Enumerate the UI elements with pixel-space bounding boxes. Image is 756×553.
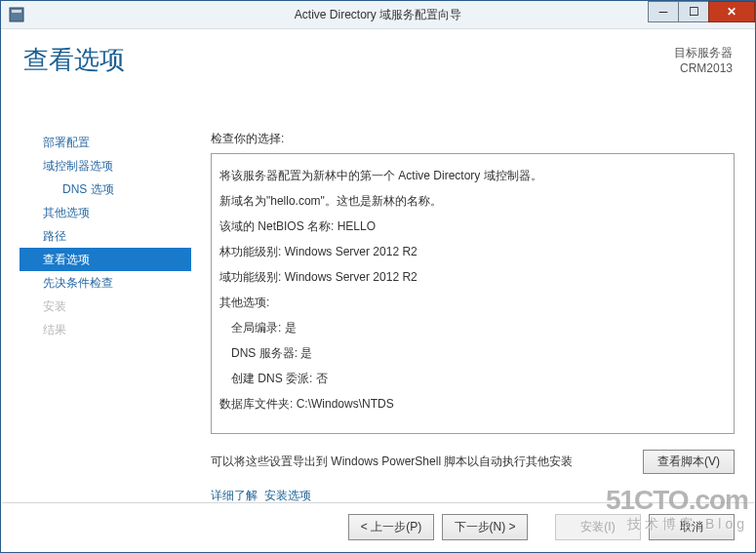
target-server-block: 目标服务器 CRM2013: [674, 45, 733, 76]
summary-line: 创建 DNS 委派: 否: [219, 369, 726, 388]
install-button: 安装(I): [555, 514, 641, 540]
nav-item-3[interactable]: 其他选项: [20, 201, 191, 224]
wizard-body: 查看选项 目标服务器 CRM2013 部署配置域控制器选项DNS 选项其他选项路…: [2, 29, 754, 551]
main-panel: 检查你的选择: 将该服务器配置为新林中的第一个 Active Directory…: [211, 131, 735, 502]
content: 部署配置域控制器选项DNS 选项其他选项路径查看选项先决条件检查安装结果 检查你…: [2, 117, 754, 502]
wizard-window: Active Directory 域服务配置向导 ─ ☐ ✕ 查看选项 目标服务…: [0, 0, 756, 553]
svg-rect-1: [12, 10, 21, 13]
summary-line: 将该服务器配置为新林中的第一个 Active Directory 域控制器。: [219, 166, 726, 185]
summary-line: DNS 服务器: 是: [219, 343, 726, 363]
summary-line: 全局编录: 是: [219, 318, 726, 337]
summary-line: 其他选项:: [219, 293, 726, 312]
summary-line: 林功能级别: Windows Server 2012 R2: [219, 242, 726, 261]
summary-textbox[interactable]: 将该服务器配置为新林中的第一个 Active Directory 域控制器。新域…: [211, 153, 735, 434]
summary-line: 新域名为"hello.com"。这也是新林的名称。: [219, 191, 726, 211]
close-button[interactable]: ✕: [708, 1, 755, 22]
nav-item-1[interactable]: 域控制器选项: [20, 154, 191, 178]
summary-line: 该域的 NetBIOS 名称: HELLO: [219, 217, 726, 236]
learn-more-link[interactable]: 详细了解: [211, 489, 258, 502]
nav-item-5[interactable]: 查看选项: [20, 248, 191, 271]
summary-line: 数据库文件夹: C:\Windows\NTDS: [219, 394, 726, 414]
page-title: 查看选项: [23, 43, 125, 77]
nav-item-4[interactable]: 路径: [20, 224, 191, 248]
minimize-button[interactable]: ─: [648, 1, 679, 22]
target-server-label: 目标服务器: [674, 45, 733, 60]
summary-line: 域功能级别: Windows Server 2012 R2: [219, 267, 726, 287]
previous-button[interactable]: < 上一步(P): [348, 514, 434, 540]
view-script-button[interactable]: 查看脚本(V): [643, 450, 735, 474]
export-description: 可以将这些设置导出到 Windows PowerShell 脚本以自动执行其他安…: [211, 454, 643, 470]
nav-item-8: 结果: [20, 318, 191, 341]
target-server-name: CRM2013: [674, 60, 733, 76]
nav-item-2[interactable]: DNS 选项: [20, 178, 191, 201]
install-options-link[interactable]: 安装选项: [264, 489, 311, 502]
nav-item-0[interactable]: 部署配置: [20, 131, 191, 154]
cancel-button[interactable]: 取消: [649, 514, 735, 540]
header: 查看选项 目标服务器 CRM2013: [2, 29, 754, 107]
wizard-nav: 部署配置域控制器选项DNS 选项其他选项路径查看选项先决条件检查安装结果: [20, 131, 191, 341]
maximize-button[interactable]: ☐: [678, 1, 709, 22]
export-row: 可以将这些设置导出到 Windows PowerShell 脚本以自动执行其他安…: [211, 450, 735, 474]
nav-item-7: 安装: [20, 295, 191, 318]
footer-buttons: < 上一步(P) 下一步(N) > 安装(I) 取消: [2, 502, 754, 551]
title-bar[interactable]: Active Directory 域服务配置向导 ─ ☐ ✕: [1, 1, 755, 29]
nav-item-6[interactable]: 先决条件检查: [20, 271, 191, 295]
review-prompt: 检查你的选择:: [211, 131, 735, 147]
window-title: Active Directory 域服务配置向导: [1, 7, 755, 23]
app-icon: [7, 5, 26, 24]
next-button[interactable]: 下一步(N) >: [442, 514, 528, 540]
window-buttons: ─ ☐ ✕: [649, 1, 755, 22]
